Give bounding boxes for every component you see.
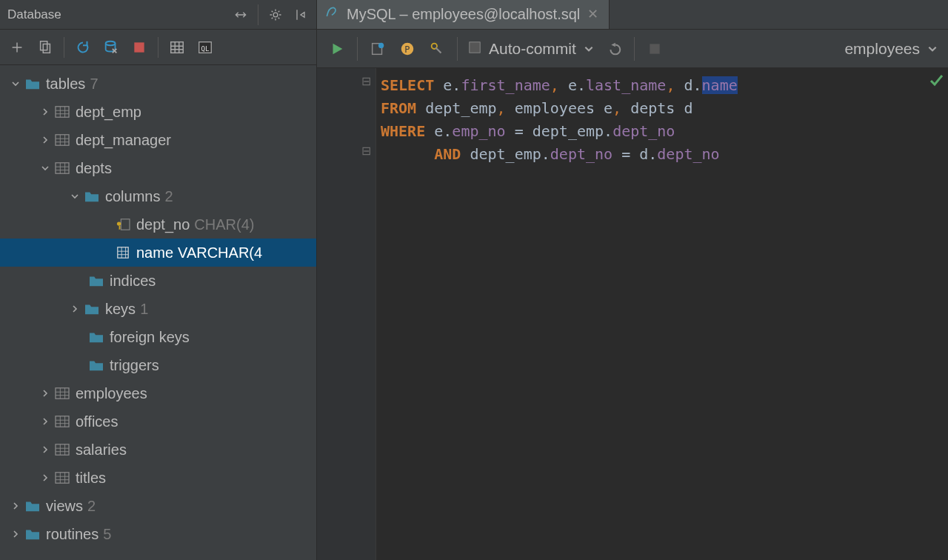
chevron-right-icon[interactable] (70, 305, 80, 313)
chevron-right-icon[interactable] (40, 108, 50, 116)
chevron-down-icon[interactable] (10, 80, 21, 87)
parameters-icon[interactable]: P (398, 39, 417, 59)
tree-views[interactable]: views 2 (0, 492, 316, 520)
database-panel: Database (0, 0, 317, 560)
folder-icon (24, 526, 41, 542)
tree-label: keys (105, 301, 136, 318)
database-tree[interactable]: tables 7 dept_emp dept_manager depts (0, 65, 316, 560)
app-root: Database (0, 0, 948, 560)
svg-point-19 (378, 42, 384, 47)
tree-depts-indices[interactable]: indices (0, 267, 316, 295)
tree-label: name (136, 244, 173, 261)
schema-selector[interactable]: employees (844, 40, 938, 58)
table-icon (53, 470, 71, 486)
chevron-right-icon[interactable] (40, 474, 50, 481)
tree-label: dept_manager (76, 132, 171, 149)
svg-rect-14 (56, 388, 69, 399)
tree-label: dept_no (136, 216, 190, 233)
editor-tab[interactable]: MySQL – employees@localhost.sql ✕ (317, 0, 610, 29)
tree-column-name[interactable]: name VARCHAR(4 (0, 239, 316, 267)
chevron-right-icon[interactable] (40, 446, 50, 453)
tree-table-titles[interactable]: titles (0, 464, 316, 492)
tree-label: tables (46, 76, 85, 93)
tree-depts-triggers[interactable]: triggers (0, 351, 316, 379)
svg-rect-10 (56, 163, 69, 173)
tree-label: offices (76, 413, 118, 430)
code-area[interactable]: SELECT e.e.first_namefirst_name, e.last_… (376, 68, 948, 560)
tree-label: foreign keys (110, 329, 190, 346)
chevron-right-icon[interactable] (40, 136, 50, 144)
explain-plan-icon[interactable] (368, 39, 387, 59)
tree-label: indices (110, 273, 156, 290)
separator (634, 37, 635, 61)
folder-icon (83, 188, 101, 204)
inspection-ok-icon[interactable] (929, 71, 944, 94)
tree-label: titles (76, 470, 106, 487)
tree-depts-columns[interactable]: columns 2 (0, 182, 316, 210)
table-view-icon[interactable] (167, 38, 187, 57)
tree-table-salaries[interactable]: salaries (0, 436, 316, 464)
chevron-right-icon[interactable] (10, 502, 21, 510)
tree-table-offices[interactable]: offices (0, 407, 316, 436)
tree-depts-foreign-keys[interactable]: foreign keys (0, 323, 316, 351)
collapse-icon[interactable] (233, 7, 249, 23)
tree-routines[interactable]: routines 5 (0, 520, 316, 548)
svg-rect-24 (650, 44, 659, 53)
separator (457, 37, 458, 61)
tree-table-dept_emp[interactable]: dept_emp (0, 98, 316, 126)
refresh-icon[interactable] (73, 38, 93, 57)
folder-icon (87, 273, 105, 289)
gear-icon[interactable] (267, 7, 284, 23)
database-panel-title: Database (7, 7, 233, 22)
schema-name: employees (844, 40, 920, 58)
chevron-down-icon[interactable] (584, 40, 594, 58)
editor-toolbar: P Auto-commit employees (317, 30, 948, 68)
auto-commit-toggle[interactable]: Auto-commit (468, 40, 594, 58)
chevron-down-icon[interactable] (70, 193, 80, 200)
svg-text:P: P (404, 44, 410, 54)
fold-end-icon[interactable]: ⊟ (361, 144, 371, 158)
sql-editor[interactable]: ⊟ ⊟ SELECT e.e.first_namefirst_name, e.l… (317, 68, 948, 560)
svg-rect-13 (118, 247, 128, 258)
tree-table-employees[interactable]: employees (0, 379, 316, 407)
folder-icon (87, 329, 105, 345)
chevron-right-icon[interactable] (40, 390, 50, 397)
tree-table-depts[interactable]: depts (0, 154, 316, 182)
chevron-down-icon[interactable] (40, 164, 50, 172)
stop-icon[interactable] (130, 38, 149, 57)
editor-tabbar: MySQL – employees@localhost.sql ✕ (317, 0, 948, 30)
tree-label: depts (76, 160, 112, 177)
table-icon (53, 413, 71, 430)
svg-rect-8 (56, 107, 69, 117)
run-icon[interactable] (327, 39, 347, 59)
tree-count: 2 (164, 188, 173, 205)
open-console-icon[interactable]: QL (196, 38, 215, 57)
tree-column-dept_no[interactable]: dept_no CHAR(4) (0, 210, 316, 239)
table-icon (53, 132, 71, 148)
hide-panel-icon[interactable] (293, 7, 309, 23)
tree-label: employees (76, 385, 147, 402)
tree-depts-keys[interactable]: keys 1 (0, 295, 316, 323)
svg-rect-2 (43, 44, 50, 53)
editor-gutter: ⊟ ⊟ (317, 68, 376, 560)
settings-wrench-icon[interactable] (427, 39, 447, 59)
svg-rect-23 (470, 41, 480, 52)
database-toolbar: QL (0, 30, 316, 65)
tree-tables[interactable]: tables 7 (0, 70, 316, 98)
tree-count: 5 (103, 526, 111, 543)
close-icon[interactable]: ✕ (587, 6, 598, 22)
code-line: SELECT e.e.first_namefirst_name, e.last_… (381, 74, 948, 97)
chevron-right-icon[interactable] (10, 530, 21, 538)
column-icon (114, 244, 132, 261)
chevron-right-icon[interactable] (40, 418, 50, 425)
datasource-properties-icon[interactable] (101, 38, 121, 57)
tree-table-dept_manager[interactable]: dept_manager (0, 126, 316, 154)
editor-panel: MySQL – employees@localhost.sql ✕ P Auto… (317, 0, 948, 560)
rollback-icon[interactable] (604, 39, 624, 59)
table-icon (53, 441, 71, 458)
svg-rect-4 (134, 42, 144, 52)
fold-start-icon[interactable]: ⊟ (361, 74, 371, 88)
add-datasource-icon[interactable] (7, 38, 27, 57)
svg-point-12 (117, 221, 121, 225)
duplicate-icon[interactable] (36, 38, 55, 57)
